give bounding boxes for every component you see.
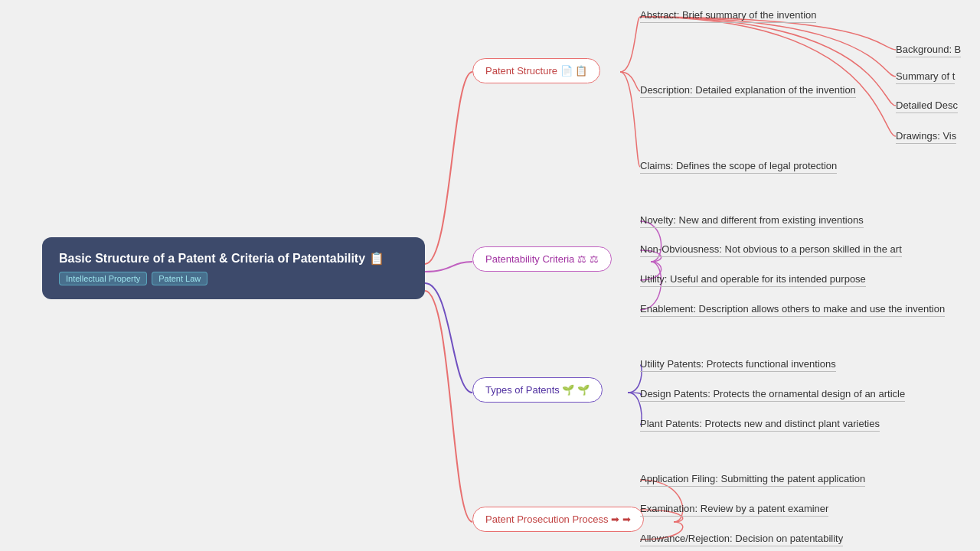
root-title: Basic Structure of a Patent & Criteria o…	[59, 251, 384, 266]
leaf-summary: Summary of t	[896, 69, 955, 87]
leaf-design-patents: Design Patents: Protects the ornamental …	[640, 386, 905, 405]
leaf-filing: Application Filing: Submitting the paten…	[640, 471, 865, 490]
branch-patent-structure[interactable]: Patent Structure 📄 📋	[472, 58, 600, 83]
leaf-utility-patents: Utility Patents: Protects functional inv…	[640, 357, 836, 375]
leaf-drawings: Drawings: Vis	[896, 129, 956, 147]
root-node[interactable]: Basic Structure of a Patent & Criteria o…	[42, 237, 425, 299]
leaf-ps-claims: Claims: Defines the scope of legal prote…	[640, 158, 837, 177]
branch-types[interactable]: Types of Patents 🌱 🌱	[472, 377, 603, 403]
branch-prosecution[interactable]: Patent Prosecution Process ➡ ➡	[472, 507, 644, 532]
tag-law: Patent Law	[152, 272, 207, 285]
leaf-utility-criteria: Utility: Useful and operable for its int…	[640, 272, 866, 290]
leaf-detailed: Detailed Desc	[896, 98, 958, 116]
leaf-plant-patents: Plant Patents: Protects new and distinct…	[640, 416, 880, 435]
leaf-examination: Examination: Review by a patent examiner	[640, 501, 828, 520]
leaf-enablement: Enablement: Description allows others to…	[640, 302, 945, 320]
branch-patentability[interactable]: Patentability Criteria ⚖ ⚖	[472, 246, 612, 272]
leaf-background: Background: B	[896, 42, 961, 60]
leaf-nonobvious: Non-Obviousness: Not obvious to a person…	[640, 242, 902, 260]
mind-map-canvas: Basic Structure of a Patent & Criteria o…	[0, 0, 980, 551]
leaf-novelty: Novelty: New and different from existing…	[640, 213, 864, 231]
leaf-ps-description: Description: Detailed explanation of the…	[640, 83, 856, 101]
tag-ip: Intellectual Property	[59, 272, 147, 285]
leaf-allowance: Allowance/Rejection: Decision on patenta…	[640, 531, 843, 549]
leaf-ps-abstract: Abstract: Brief summary of the invention	[640, 8, 816, 26]
root-tags: Intellectual Property Patent Law	[59, 272, 207, 285]
